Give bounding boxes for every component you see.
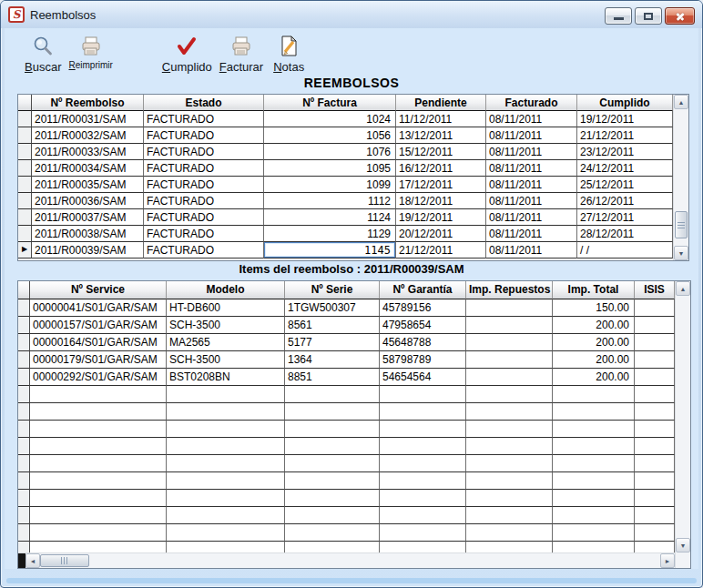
cell[interactable]: 08/11/2011 [486,111,577,127]
hscroll-track[interactable] [89,553,660,568]
table-row[interactable]: 2011/R00034/SAMFACTURADO109516/12/201108… [18,160,673,177]
cell[interactable] [380,490,466,507]
cell[interactable] [285,542,380,553]
cell[interactable] [380,455,466,472]
cell[interactable]: FACTURADO [144,209,264,226]
cell[interactable] [635,490,675,507]
cell[interactable]: 08/11/2011 [486,144,577,160]
scroll-left-button[interactable]: ◄ [25,553,40,568]
cell[interactable]: HT-DB600 [167,299,285,317]
cell[interactable] [466,369,553,386]
cell[interactable]: 00000157/S01/GAR/SAM [30,317,167,334]
column-header[interactable]: Imp. Repuestos [466,281,553,299]
column-header[interactable]: Modelo [167,281,285,299]
cell[interactable] [553,507,635,524]
cell[interactable]: FACTURADO [144,111,264,127]
minimize-button[interactable] [605,7,632,25]
table-row[interactable] [18,524,675,542]
table-row[interactable]: 00000179/S01/GAR/SAMSCH-3500136458798789… [18,351,675,369]
hscroll-thumb[interactable] [40,554,89,567]
column-header[interactable]: Pendiente [396,95,486,111]
cell[interactable] [635,455,675,472]
cell[interactable]: 1124 [264,209,396,226]
cell[interactable]: 00000164/S01/GAR/SAM [30,334,167,351]
cell[interactable] [553,438,635,455]
cell[interactable]: 1099 [264,177,396,193]
cell[interactable] [30,542,167,553]
column-header[interactable]: Cumplido [577,95,673,111]
cell[interactable]: FACTURADO [144,177,264,193]
cell[interactable]: FACTURADO [144,144,264,160]
cell[interactable] [635,403,675,421]
cell[interactable]: 45789156 [380,299,466,317]
cell[interactable]: 58798789 [380,351,466,369]
cell[interactable]: 5177 [285,334,380,351]
cell[interactable] [285,438,380,455]
cell[interactable] [167,507,285,524]
cell[interactable]: 2011/R00033/SAM [32,144,144,160]
cell[interactable] [466,472,553,490]
cell[interactable] [285,472,380,490]
cell[interactable]: 19/12/2011 [396,209,486,226]
cell[interactable] [635,542,675,553]
cell[interactable] [30,524,167,542]
column-header[interactable]: Facturado [486,95,577,111]
cell[interactable] [635,507,675,524]
cell[interactable]: 1056 [264,127,396,144]
table-row[interactable] [18,472,675,490]
column-header[interactable]: Nº Factura [264,95,396,111]
cell[interactable]: 1095 [264,160,396,177]
cell[interactable] [30,386,167,403]
cell[interactable]: 21/12/2011 [396,242,486,259]
cell[interactable]: 200.00 [553,369,635,386]
cell[interactable]: / / [577,242,673,259]
cell[interactable]: BST0208BN [167,369,285,386]
table-row[interactable]: 2011/R00033/SAMFACTURADO107615/12/201108… [18,144,673,160]
table-row[interactable]: 2011/R00038/SAMFACTURADO112920/12/201108… [18,226,673,242]
cell[interactable]: 150.00 [553,299,635,317]
cell[interactable]: 00000041/S01/GAR/SAM [30,299,167,317]
cell[interactable] [30,421,167,438]
cell[interactable]: 2011/R00035/SAM [32,177,144,193]
cell[interactable]: 200.00 [553,351,635,369]
cell[interactable]: 1TGW500307 [285,299,380,317]
cell[interactable]: 20/12/2011 [396,226,486,242]
column-header[interactable]: Nº Service [30,281,167,299]
cell[interactable] [553,455,635,472]
table-row[interactable]: 00000041/S01/GAR/SAMHT-DB6001TGW50030745… [18,299,675,317]
cell[interactable] [167,421,285,438]
cell[interactable]: FACTURADO [144,242,264,259]
cell[interactable]: 1145 [264,242,396,259]
cell[interactable] [380,438,466,455]
cell[interactable] [380,472,466,490]
close-button[interactable] [665,7,695,25]
cell[interactable] [635,317,675,334]
cell[interactable] [30,455,167,472]
cell[interactable] [30,403,167,421]
cell[interactable]: 25/12/2011 [577,177,673,193]
cell[interactable]: 47958654 [380,317,466,334]
cell[interactable] [635,369,675,386]
cell[interactable] [380,524,466,542]
cell[interactable] [635,334,675,351]
cell[interactable]: 08/11/2011 [486,242,577,259]
cell[interactable] [466,490,553,507]
column-header[interactable]: Nº Serie [285,281,380,299]
cell[interactable]: 200.00 [553,334,635,351]
cell[interactable] [30,472,167,490]
cell[interactable] [466,403,553,421]
scroll-thumb[interactable] [675,211,688,238]
cell[interactable]: 16/12/2011 [396,160,486,177]
cell[interactable] [635,386,675,403]
cell[interactable]: 1076 [264,144,396,160]
cell[interactable]: 54654564 [380,369,466,386]
cell[interactable] [380,507,466,524]
cell[interactable]: 00000179/S01/GAR/SAM [30,351,167,369]
cell[interactable] [466,317,553,334]
reembolsos-vertical-scrollbar[interactable]: ▲ ▼ [673,95,688,260]
cell[interactable]: 1112 [264,193,396,209]
cell[interactable] [285,490,380,507]
cell[interactable]: 17/12/2011 [396,177,486,193]
table-row[interactable]: 2011/R00036/SAMFACTURADO111218/12/201108… [18,193,673,209]
cell[interactable] [553,403,635,421]
